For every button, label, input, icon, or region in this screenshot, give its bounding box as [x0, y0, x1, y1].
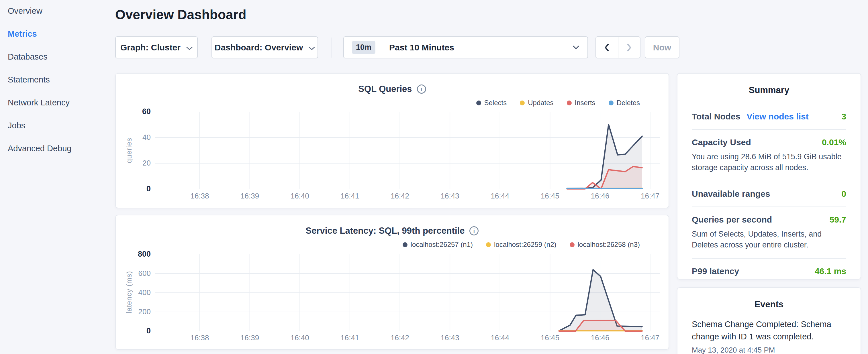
chart-plot-area: [116, 215, 670, 351]
summary-row-subtext: Sum of Selects, Updates, Inserts, and De…: [692, 229, 846, 250]
now-button[interactable]: Now: [645, 36, 679, 58]
x-axis-tick: 16:45: [530, 192, 570, 200]
x-axis-tick: 16:43: [430, 333, 470, 342]
y-axis-tick: 0: [119, 326, 151, 335]
summary-row-label: Unavailable ranges: [692, 189, 770, 199]
summary-row: Unavailable ranges0: [692, 181, 846, 207]
time-range-badge: 10m: [352, 41, 375, 54]
sidebar: OverviewMetricsDatabasesStatementsNetwor…: [0, 6, 115, 166]
summary-row-value: 46.1 ms: [815, 266, 846, 276]
summary-title: Summary: [677, 74, 861, 95]
time-step-buttons: [595, 36, 641, 58]
summary-row: Queries per second59.7Sum of Selects, Up…: [692, 207, 846, 259]
events-panel: Events Schema Change Completed: Schema c…: [677, 287, 861, 354]
graph-dropdown[interactable]: Graph: Cluster: [115, 36, 198, 58]
chevron-down-icon: [309, 43, 315, 53]
y-axis-tick: 200: [119, 307, 151, 316]
sidebar-item-network-latency[interactable]: Network Latency: [0, 98, 115, 121]
x-axis-tick: 16:42: [380, 192, 420, 200]
x-axis-tick: 16:39: [230, 192, 270, 200]
x-axis-tick: 16:40: [280, 333, 320, 342]
time-range-select[interactable]: 10m Past 10 Minutes: [343, 36, 588, 58]
summary-row-value: 0: [841, 189, 846, 199]
x-axis-tick: 16:38: [180, 333, 220, 342]
summary-row-label: Capacity Used: [692, 137, 751, 147]
events-title: Events: [677, 288, 861, 310]
service-latency-chart-card: Service Latency: SQL, 99th percentileilo…: [115, 215, 669, 350]
y-axis-tick: 0: [119, 185, 151, 193]
summary-row-label: P99 latency: [692, 266, 739, 276]
x-axis-tick: 16:38: [180, 192, 220, 200]
chart-plot-area: [116, 74, 670, 209]
chevron-down-icon: [186, 43, 192, 53]
x-axis-tick: 16:41: [330, 333, 370, 342]
chevron-left-icon: [604, 43, 610, 52]
sidebar-item-advanced-debug[interactable]: Advanced Debug: [0, 143, 115, 166]
y-axis-tick: 40: [119, 133, 151, 142]
chevron-down-icon: [572, 45, 580, 50]
view-nodes-list-link[interactable]: View nodes list: [746, 112, 808, 122]
sidebar-item-databases[interactable]: Databases: [0, 52, 115, 75]
x-axis-tick: 16:47: [630, 333, 670, 342]
summary-panel: Summary Total NodesView nodes list3Capac…: [677, 73, 861, 280]
x-axis-tick: 16:41: [330, 192, 370, 200]
next-timespan-button[interactable]: [618, 37, 640, 58]
x-axis-tick: 16:43: [430, 192, 470, 200]
prev-timespan-button[interactable]: [596, 37, 618, 58]
y-axis-tick: 20: [119, 159, 151, 167]
summary-row-value: 3: [841, 112, 846, 122]
chevron-right-icon: [626, 43, 632, 52]
summary-row-subtext: You are using 28.6 MiB of 515.9 GiB usab…: [692, 151, 846, 173]
y-axis-tick: 60: [119, 107, 151, 116]
time-range-label: Past 10 Minutes: [389, 43, 454, 53]
x-axis-tick: 16:40: [280, 192, 320, 200]
summary-row: Total NodesView nodes list3: [692, 104, 846, 130]
page-title: Overview Dashboard: [115, 7, 246, 22]
summary-row-label: Queries per second: [692, 215, 772, 225]
admin-ui-page: OverviewMetricsDatabasesStatementsNetwor…: [0, 0, 868, 354]
x-axis-tick: 16:45: [530, 333, 570, 342]
x-axis-tick: 16:44: [480, 192, 520, 200]
toolbar-divider: [332, 37, 332, 58]
summary-row: P99 latency46.1 ms: [692, 259, 846, 284]
sidebar-item-statements[interactable]: Statements: [0, 75, 115, 98]
y-axis-label: latency (ms): [125, 271, 133, 313]
x-axis-tick: 16:42: [380, 333, 420, 342]
dashboard-dropdown[interactable]: Dashboard: Overview: [212, 36, 318, 58]
dashboard-dropdown-label: Dashboard: Overview: [215, 43, 303, 53]
summary-row-value: 59.7: [830, 215, 846, 225]
x-axis-tick: 16:44: [480, 333, 520, 342]
x-axis-tick: 16:46: [580, 333, 620, 342]
y-axis-tick: 400: [119, 288, 151, 297]
event-message: Schema Change Completed: Schema change w…: [692, 318, 846, 343]
sidebar-item-overview[interactable]: Overview: [0, 6, 115, 29]
y-axis-tick: 600: [119, 269, 151, 278]
event-timestamp: May 13, 2020 at 4:45 PM: [692, 346, 846, 354]
sql-queries-chart-card: SQL QueriesiSelectsUpdatesInsertsDeletes…: [115, 73, 669, 208]
x-axis-tick: 16:39: [230, 333, 270, 342]
sidebar-item-jobs[interactable]: Jobs: [0, 121, 115, 143]
x-axis-tick: 16:47: [630, 192, 670, 200]
now-button-label: Now: [653, 43, 671, 53]
summary-row: Capacity Used0.01%You are using 28.6 MiB…: [692, 130, 846, 181]
sidebar-item-metrics[interactable]: Metrics: [0, 29, 115, 52]
graph-dropdown-label: Graph: Cluster: [120, 43, 181, 53]
summary-row-label: Total Nodes: [692, 112, 740, 122]
x-axis-tick: 16:46: [580, 192, 620, 200]
summary-row-value: 0.01%: [822, 137, 846, 147]
y-axis-tick: 800: [119, 250, 151, 259]
y-axis-label: queries: [125, 138, 133, 163]
